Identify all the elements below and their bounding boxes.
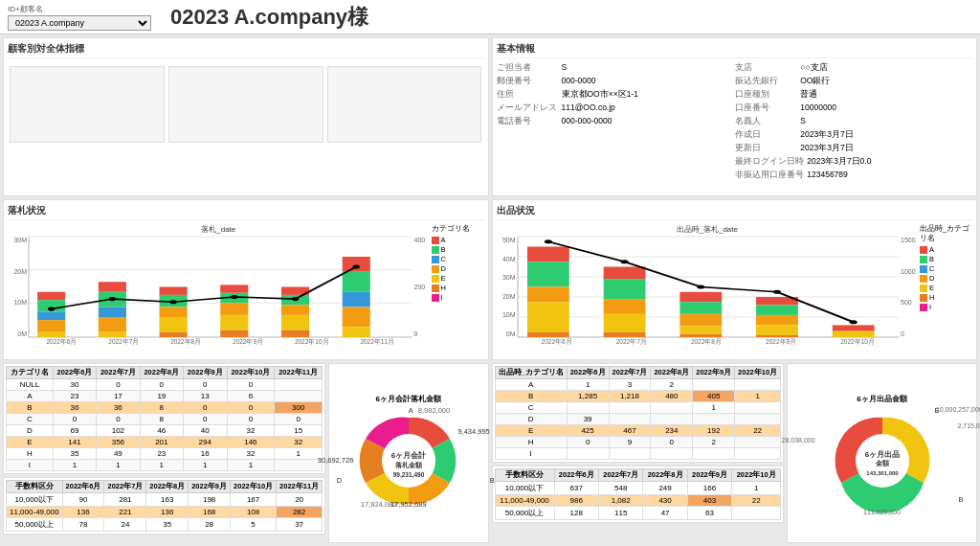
svg-rect-53 <box>603 267 645 280</box>
svg-rect-29 <box>281 330 309 337</box>
svg-rect-5 <box>37 292 65 300</box>
rakusatsu-chart <box>29 237 412 337</box>
svg-point-39 <box>292 297 299 301</box>
shuppin-category-table: 出品時_カテゴリ名 2022年6月 2022年7月 2022年8月 2022年9… <box>492 363 785 463</box>
id-select[interactable]: 02023 A.company <box>8 15 151 31</box>
table-row: NULL300000 <box>7 379 323 391</box>
svg-rect-22 <box>220 303 248 315</box>
table-row: 11,000-49,000136221136168108282 <box>7 507 323 518</box>
donut2-section: 6ヶ月出品金額 6ヶ月出品 金額 143,301,000 E 1 <box>787 363 977 543</box>
table-row: B1,2851,2184804051 <box>495 391 781 402</box>
svg-rect-62 <box>679 334 722 337</box>
kpi-section: 顧客別対全体指標 <box>3 37 489 196</box>
table-row: D39 <box>495 414 781 425</box>
svg-rect-48 <box>526 247 568 262</box>
table-row: 10,000以下6375482491661 <box>495 482 781 495</box>
col-cat: カテゴリ名 <box>7 367 54 379</box>
svg-point-37 <box>169 300 176 304</box>
info-right: 支店○○支店 振込先銀行OO銀行 口座種別普通 口座番号10000000 名義人… <box>735 62 972 183</box>
svg-rect-12 <box>99 307 126 318</box>
svg-point-36 <box>109 297 116 301</box>
rakusatsu-chart-title: 落札_date <box>8 224 430 235</box>
svg-text:落札金額: 落札金額 <box>395 461 423 469</box>
svg-rect-30 <box>343 257 370 272</box>
table-row: B3636800300 <box>7 402 323 414</box>
donut1-title: 6ヶ月会計落札金額 <box>376 394 441 404</box>
svg-point-38 <box>231 295 237 299</box>
table-row: C008000 <box>7 414 323 425</box>
svg-rect-10 <box>99 282 126 292</box>
svg-rect-59 <box>679 302 722 314</box>
svg-rect-13 <box>99 317 126 332</box>
svg-rect-64 <box>756 305 798 315</box>
svg-point-40 <box>353 264 360 268</box>
table-row: 11,000-49,0009861,08243040322 <box>495 495 781 507</box>
svg-rect-65 <box>756 315 798 326</box>
svg-rect-33 <box>343 307 370 328</box>
svg-rect-24 <box>220 330 248 337</box>
svg-rect-15 <box>160 287 188 295</box>
table-row: D6910246403215 <box>7 425 323 437</box>
svg-rect-50 <box>526 287 568 303</box>
svg-rect-60 <box>679 314 722 327</box>
svg-point-71 <box>620 260 628 263</box>
svg-point-74 <box>849 320 857 324</box>
svg-point-75 <box>382 434 435 488</box>
svg-rect-18 <box>160 317 188 332</box>
table-row: A132 <box>495 379 781 391</box>
shuppin-tesuryo-table: 手数料区分 2022年6月 2022年7月 2022年8月 2022年9月 20… <box>492 466 785 523</box>
svg-rect-66 <box>756 325 798 335</box>
svg-point-72 <box>697 284 704 288</box>
svg-text:143,301,000: 143,301,000 <box>866 470 899 476</box>
donut2-title: 6ヶ月出品金額 <box>857 394 906 404</box>
svg-text:99,231,490: 99,231,490 <box>393 471 425 479</box>
rakusatsu-legend: カテゴリ名 A B C D E H I <box>432 224 484 347</box>
shuppin-chart-title: 出品時_落札_date <box>497 224 919 235</box>
table-row: 50,000以上1281154763 <box>495 507 781 520</box>
shuppin-title: 出品状況 <box>497 204 973 220</box>
kpi-card-1 <box>10 66 165 143</box>
svg-rect-23 <box>220 315 248 330</box>
svg-rect-52 <box>526 332 568 337</box>
rakusatsu-title: 落札状況 <box>8 204 484 220</box>
shuppin-section: 出品状況 出品時_落札_date 50M40M30M20M10M0M <box>492 199 978 360</box>
svg-rect-54 <box>603 279 645 299</box>
table-row: I11111 <box>7 460 323 471</box>
shuppin-legend: 出品時_カテゴリ名 A B C D E H I <box>920 224 972 347</box>
svg-rect-61 <box>679 326 722 333</box>
svg-rect-32 <box>343 292 370 307</box>
svg-point-70 <box>544 239 551 243</box>
table-row: A231719136 <box>7 391 323 402</box>
svg-point-35 <box>48 307 55 311</box>
rakusatsu-section: 落札状況 落札_date 30M20M10M0M <box>3 199 489 360</box>
table-row: C1 <box>495 402 781 414</box>
table-row: H0902 <box>495 437 781 448</box>
svg-rect-51 <box>526 302 568 332</box>
svg-rect-58 <box>679 292 722 303</box>
table-row: E14135620129414632 <box>7 437 323 448</box>
table-row: 50,000以上78243528537 <box>7 518 323 532</box>
shuppin-chart <box>518 237 900 337</box>
info-section: 基本情報 ご担当者S 郵便番号000-0000 住所東京都OO市××区1-1 メ… <box>492 37 978 196</box>
svg-rect-7 <box>37 312 65 320</box>
svg-text:金額: 金額 <box>875 459 890 467</box>
svg-rect-31 <box>343 272 370 292</box>
tesuryo-table: 手数料区分 2022年6月 2022年7月 2022年8月 2022年9月 20… <box>3 477 325 535</box>
svg-rect-8 <box>37 320 65 332</box>
table-row: E42546723419222 <box>495 425 781 437</box>
svg-point-73 <box>772 290 780 294</box>
svg-rect-20 <box>220 284 248 292</box>
table-row: H35492316321 <box>7 448 323 460</box>
svg-rect-57 <box>603 332 645 337</box>
svg-rect-68 <box>832 325 874 330</box>
svg-rect-19 <box>160 332 188 337</box>
svg-rect-14 <box>99 332 126 337</box>
svg-rect-27 <box>281 305 309 315</box>
company-title: 02023 A.company様 <box>170 3 368 32</box>
svg-text:6ヶ月会計: 6ヶ月会計 <box>391 451 427 460</box>
svg-rect-56 <box>603 314 645 332</box>
kpi-title: 顧客別対全体指標 <box>8 42 484 58</box>
svg-rect-55 <box>603 299 645 314</box>
donut1-chart: 6ヶ月会計 落札金額 99,231,490 <box>356 408 461 513</box>
svg-rect-34 <box>343 328 370 338</box>
